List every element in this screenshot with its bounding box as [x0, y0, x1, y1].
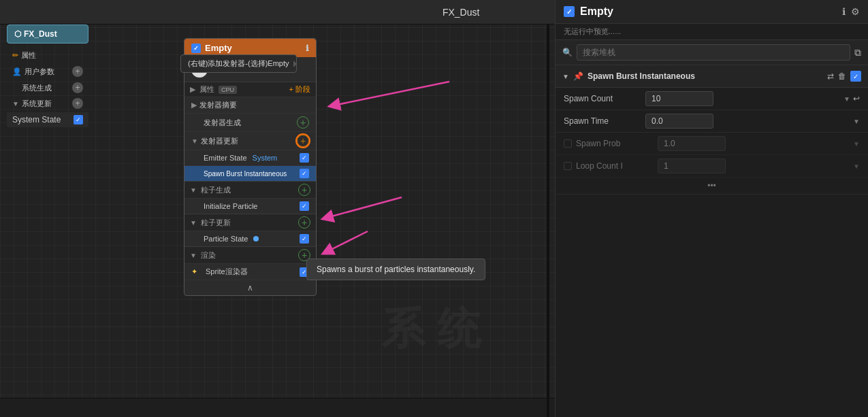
add-system-gen-button[interactable]: + [72, 82, 83, 93]
sidebar-item-attributes[interactable]: ✏ 属性 [7, 48, 89, 63]
pencil-icon: ✏ [12, 51, 18, 60]
loop-count-row: Loop Count I ▼ [556, 155, 868, 178]
collapse-icon: ▼ [190, 186, 197, 194]
spawn-prob-input[interactable] [658, 136, 726, 151]
spawn-count-controls: ▼ ↩ [843, 94, 860, 103]
loop-count-controls: ▼ [853, 163, 860, 170]
chevron-down-icon[interactable]: ▼ [843, 95, 850, 103]
right-panel-icons: ℹ ⚙ [842, 6, 860, 17]
spawn-section-header: ▼ 📌 Spawn Burst Instantaneous ⇄ 🗑 ✓ [556, 65, 868, 88]
tooltip-balloon: (右键)添加发射器-(选择)Empty [180, 54, 297, 73]
trash-icon[interactable]: 🗑 [838, 71, 846, 81]
spawn-burst-check[interactable]: ✓ [300, 169, 309, 178]
left-sidebar: ⬡ FX_Dust ✏ 属性 👤 用户参数 + 系统生成 + ▼ 系统更新 + … [7, 24, 89, 127]
gear-icon[interactable]: ⚙ [851, 6, 860, 17]
sidebar-item-system-gen[interactable]: 系统生成 + [7, 80, 89, 96]
particle-gen-section: ▼ 粒子生成 + [184, 181, 316, 198]
sidebar-node-label[interactable]: ⬡ FX_Dust [7, 24, 89, 44]
cpu-badge: CPU [219, 86, 237, 94]
spawn-prob-checkbox[interactable] [564, 139, 572, 148]
spawn-count-input[interactable] [645, 91, 713, 106]
emitter-update-row: ▼ 发射器更新 + [184, 131, 316, 150]
loop-count-input[interactable] [658, 159, 726, 173]
particle-update-section: ▼ 粒子更新 + [184, 214, 316, 231]
init-particle-row: Initialize Particle ✓ [184, 198, 316, 214]
chevron-down-icon[interactable]: ▼ [853, 140, 860, 148]
collapse-icon: ▼ [190, 219, 197, 227]
spawn-burst-row[interactable]: Spawn Burst Instantaneous ✓ [184, 165, 316, 181]
expand-icon: ▶ [191, 101, 197, 110]
sidebar-section-system-update[interactable]: ▼ 系统更新 + [7, 96, 89, 111]
collapse-icon: ▼ [191, 137, 198, 145]
node-check-box[interactable]: ✓ [191, 44, 201, 53]
emitter-summary-row: ▶ 发射器摘要 [184, 97, 316, 113]
spawn-enabled-check[interactable]: ✓ [850, 71, 861, 82]
spawn-count-row: Spawn Count ▼ ↩ [556, 88, 868, 110]
sidebar-item-system-state[interactable]: System State ✓ [7, 112, 89, 127]
spawn-time-controls: ▼ [853, 118, 860, 125]
info-circle-icon[interactable]: ℹ [842, 6, 846, 17]
spawn-section: ▼ 📌 Spawn Burst Instantaneous ⇄ 🗑 ✓ Spaw… [556, 65, 868, 195]
panel-divider [547, 24, 549, 417]
preview-text: 无运行中预览...... [556, 24, 868, 40]
add-system-update-button[interactable]: + [72, 98, 83, 109]
particle-gen-add-button[interactable]: + [298, 184, 310, 196]
node-card: ✓ Empty ℹ ▶ 属性 CPU + 阶段 ▶ 发射器摘要 发射器生成 + … [184, 38, 317, 296]
collapse-icon: ▼ [190, 252, 197, 259]
render-section: ▼ 渲染 + [184, 246, 316, 263]
node-icon: ⬡ [14, 29, 21, 39]
info-icon[interactable]: ℹ [306, 44, 309, 53]
emitter-state-check[interactable]: ✓ [300, 153, 309, 163]
add-user-param-button[interactable]: + [72, 66, 83, 77]
spawn-time-input[interactable] [645, 114, 713, 129]
emitter-gen-add-button[interactable]: + [297, 116, 309, 129]
collapse-icon: ▼ [12, 100, 19, 107]
tooltip-popup: Spawns a burst of particles instantaneou… [306, 258, 485, 280]
emitter-update-add-button[interactable]: + [297, 135, 309, 147]
more-button[interactable]: ••• [556, 178, 868, 194]
right-panel-check[interactable]: ✓ [564, 6, 575, 17]
search-bar: 🔍 ⧉ [556, 40, 868, 65]
spawn-time-row: Spawn Time ▼ [556, 110, 868, 133]
bottom-arrow[interactable]: ∧ [184, 280, 316, 295]
spawn-header-icons: ⇄ 🗑 ✓ [827, 71, 861, 82]
emitter-state-value: System [253, 154, 278, 162]
init-particle-check[interactable]: ✓ [300, 201, 309, 211]
sprite-renderer-row: ✦ Sprite渲染器 ✓ [184, 263, 316, 280]
particle-state-check[interactable]: ✓ [300, 234, 309, 244]
loop-count-checkbox[interactable] [564, 162, 572, 170]
chevron-down-icon[interactable]: ▼ [853, 118, 860, 125]
stage-label[interactable]: + 阶段 [289, 84, 310, 95]
pin-icon: 📌 [573, 71, 583, 81]
title-label: FX_Dust [443, 7, 479, 18]
search-input[interactable] [577, 44, 850, 61]
undo-icon[interactable]: ↩ [853, 94, 860, 103]
collapse-arrow-icon[interactable]: ▼ [562, 73, 569, 80]
particle-state-row: Particle State ✓ [184, 231, 316, 246]
system-state-checkbox[interactable]: ✓ [74, 115, 83, 124]
search-icon: 🔍 [562, 48, 573, 57]
right-panel-title-area: ✓ Empty [564, 5, 613, 18]
particle-update-add-button[interactable]: + [298, 216, 310, 229]
filter-icon[interactable]: ⧉ [854, 47, 861, 59]
right-panel-header: ✓ Empty ℹ ⚙ [556, 0, 868, 24]
sprite-icon: ✦ [191, 267, 197, 276]
expand-icon: ▶ [190, 85, 195, 94]
chevron-down-icon[interactable]: ▼ [853, 163, 860, 170]
right-panel: ✓ Empty ℹ ⚙ 无运行中预览...... 🔍 ⧉ ▼ 📌 Spawn B… [555, 0, 868, 417]
node-section-attributes: ▶ 属性 CPU + 阶段 [184, 82, 316, 97]
particle-state-dot [253, 236, 259, 241]
spawn-prob-row: Spawn Prob ▼ [556, 133, 868, 155]
emitter-gen-row: 发射器生成 + [184, 113, 316, 131]
sidebar-item-user-params[interactable]: 👤 用户参数 + [7, 63, 89, 80]
emitter-state-row: Emitter State System ✓ [184, 150, 316, 165]
user-icon: 👤 [12, 67, 22, 76]
spawn-prob-controls: ▼ [853, 140, 860, 148]
shuffle-icon[interactable]: ⇄ [827, 71, 834, 81]
